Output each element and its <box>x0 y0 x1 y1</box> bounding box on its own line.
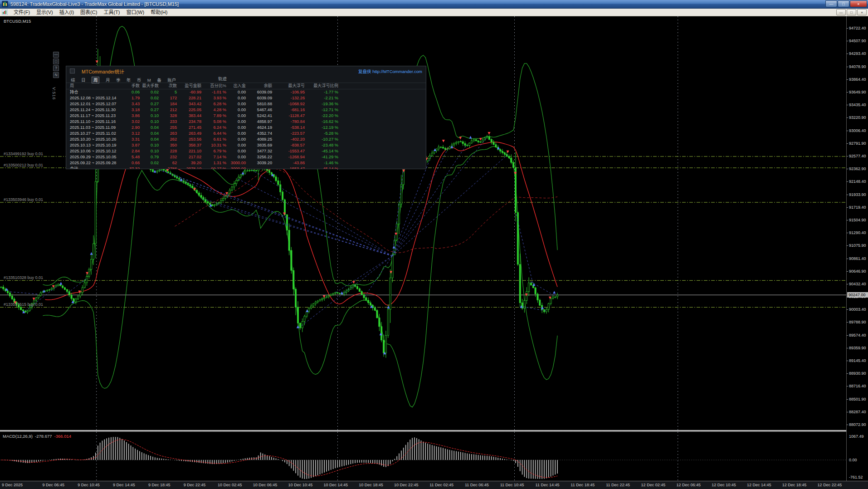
panel-corner-icon[interactable] <box>70 68 75 73</box>
stats-cell: 余额 <box>239 83 272 89</box>
tab-zong[interactable]: 综 <box>71 78 75 83</box>
tab-nian[interactable]: 年 <box>127 78 131 83</box>
stats-cell: -838.57 <box>272 142 305 148</box>
price-axis-label: 88287.40 <box>849 410 866 414</box>
mtc-stats-panel[interactable]: MTCommander统计 复盘侠 http://MTCommander.com… <box>66 66 426 169</box>
stats-cell: -41.29 % <box>306 154 338 160</box>
panel-window-icon[interactable]: □ <box>53 59 59 64</box>
stats-row[interactable]: 2025.12.08 ~ 2025.12.141.790.02172228.21… <box>66 95 426 101</box>
stats-row[interactable]: 2025.11.03 ~ 2025.11.092.900.04255271.45… <box>66 125 426 131</box>
stats-cell: 5242.41 <box>239 113 272 119</box>
price-axis-label: 91933.90 <box>849 192 866 197</box>
stats-row[interactable]: 2025.10.13 ~ 2025.10.193.870.10350358.37… <box>66 142 426 148</box>
time-axis-label: 12 Dec 22:45 <box>818 483 842 487</box>
stats-row[interactable]: 2025.12.01 ~ 2025.12.073.430.27184343.42… <box>66 101 426 107</box>
title-bar[interactable]: 598124: TradeMaxGlobal-Live3 - TradeMax … <box>0 0 868 9</box>
macd-axis-label: 0.00 <box>849 458 857 462</box>
tab-ri[interactable]: 日 <box>81 78 86 83</box>
tab-ji[interactable]: 季 <box>116 78 121 83</box>
panel-brand-link[interactable]: 复盘侠 http://MTCommander.com <box>358 68 422 74</box>
axis-tick <box>847 169 848 169</box>
menu-insert[interactable]: 插入(I) <box>56 9 77 16</box>
price-axis-label: 93006.40 <box>849 128 866 133</box>
mdi-minimize-icon[interactable]: — <box>836 9 846 15</box>
axis-tick <box>847 271 848 272</box>
price-axis[interactable]: 94722.4094507.9094293.4094078.9093864.40… <box>846 16 868 481</box>
stats-cell: 3039.20 <box>239 160 272 166</box>
price-axis-label: 89359.90 <box>849 346 866 350</box>
menu-view[interactable]: 显示(V) <box>33 9 56 16</box>
time-axis-label: 11 Dec 14:45 <box>536 483 560 487</box>
axis-tick <box>847 195 848 195</box>
price-axis-label: 94507.90 <box>849 39 866 43</box>
menu-file[interactable]: 文件(F) <box>10 9 33 16</box>
menu-bar: 文件(F) 显示(V) 插入(I) 图表(C) 工具(T) 窗口(W) 帮助(H… <box>0 9 868 16</box>
axis-tick <box>847 28 848 29</box>
price-axis-label: 88501.90 <box>849 397 866 401</box>
menu-help[interactable]: 帮助(H) <box>147 9 171 16</box>
time-axis-label: 11 Dec 18:45 <box>571 483 595 487</box>
macd-axis-label: 1067.49 <box>849 434 864 439</box>
stats-row[interactable]: 2025.10.06 ~ 2025.10.122.840.10228221.10… <box>66 148 426 154</box>
stats-cell: -538.14 <box>272 125 305 131</box>
stats-row[interactable]: 2025.10.27 ~ 2025.11.023.120.04263263.49… <box>66 131 426 137</box>
tab-m[interactable]: M <box>147 78 151 83</box>
stats-cell: -1553.47 <box>272 166 305 169</box>
axis-tick <box>847 284 848 284</box>
stats-cell: -106.95 <box>272 89 305 95</box>
price-axis-label: 94293.40 <box>849 51 866 56</box>
close-icon[interactable]: × <box>850 0 867 7</box>
chart-area[interactable]: #133499192 buy 0.01#133500212 buy 0.01#1… <box>0 16 846 430</box>
mdi-close-icon[interactable]: × <box>857 9 867 15</box>
time-axis-label: 11 Dec 02:45 <box>429 483 454 487</box>
current-price-tag: 90247.00 <box>847 292 868 298</box>
stats-row[interactable]: 2025.09.29 ~ 2025.10.055.480.79232217.02… <box>66 154 426 160</box>
menu-window[interactable]: 窗口(W) <box>123 9 147 16</box>
time-axis-label: 10 Dec 18:45 <box>359 483 383 487</box>
tab-yue[interactable]: 月 <box>106 78 110 83</box>
stats-cell: 3835.69 <box>239 142 272 148</box>
stats-row[interactable]: 持仓0.060.025-60.99-1.01 %0.006039.09-106.… <box>66 89 426 95</box>
price-axis-label: 91290.40 <box>849 230 866 235</box>
stats-tabs: 综 日 周 月 季 年 币 M 备 账户 轨迹 <box>66 75 426 83</box>
tab-guiji[interactable]: 轨迹 <box>218 75 227 83</box>
time-axis-label: 10 Dec 14:45 <box>323 483 348 487</box>
axis-tick <box>847 41 848 41</box>
macd-signal-value: -366.014 <box>54 434 72 439</box>
stats-cell: -23.48 % <box>306 142 338 148</box>
price-axis-label: 90432.40 <box>849 282 866 286</box>
stats-row[interactable]: 2025.11.10 ~ 2025.11.163.020.10233234.78… <box>66 119 426 125</box>
mdi-restore-icon[interactable]: □ <box>847 9 856 15</box>
time-axis[interactable]: 9 Dec 20259 Dec 06:459 Dec 10:459 Dec 14… <box>0 481 868 489</box>
stats-cell: -22.20 % <box>306 113 338 119</box>
axis-tick <box>847 361 848 361</box>
stats-cell: -12.71 % <box>306 107 338 113</box>
axis-tick <box>847 67 848 67</box>
minimize-icon[interactable]: — <box>825 0 837 7</box>
stats-row[interactable]: 2025.11.17 ~ 2025.11.233.860.10328383.44… <box>66 113 426 119</box>
maximize-icon[interactable]: □ <box>838 0 849 7</box>
tab-bi[interactable]: 币 <box>137 78 141 83</box>
price-axis-label: 89788.90 <box>849 320 866 324</box>
stats-row[interactable]: 合计37.3227862978.1099.27 %3000.00-1553.47… <box>66 166 426 169</box>
macd-panel[interactable]: MACD(12,26,9)-278.677-366.014 <box>0 432 846 481</box>
tab-bei[interactable]: 备 <box>157 78 161 83</box>
tab-zhou[interactable]: 周 <box>92 77 100 83</box>
stats-cell: -132.26 <box>272 95 305 101</box>
stats-cell: 5467.46 <box>239 107 272 113</box>
axis-tick <box>847 373 848 374</box>
stats-row[interactable]: 2025.10.20 ~ 2025.10.263.310.04262253.56… <box>66 137 426 142</box>
stats-row[interactable]: 2025.09.22 ~ 2025.09.280.660.026239.201.… <box>66 160 426 166</box>
time-axis-label: 12 Dec 06:45 <box>676 483 701 487</box>
panel-help-icon[interactable]: ? <box>53 65 59 71</box>
panel-n-icon[interactable]: N <box>53 72 59 78</box>
menu-tools[interactable]: 工具(T) <box>100 9 123 16</box>
price-axis-label: 92791.90 <box>849 141 866 146</box>
panel-title: MTCommander统计 <box>82 68 124 75</box>
stats-row[interactable]: 2025.11.24 ~ 2025.11.303.180.27212225.05… <box>66 107 426 113</box>
panel-collapse-icon[interactable]: — <box>53 52 59 58</box>
tab-zhanghu[interactable]: 账户 <box>167 78 176 83</box>
panel-title-row[interactable]: MTCommander统计 复盘侠 http://MTCommander.com <box>66 66 426 75</box>
price-axis-label: 92148.40 <box>849 179 866 184</box>
menu-charts[interactable]: 图表(C) <box>77 9 100 16</box>
